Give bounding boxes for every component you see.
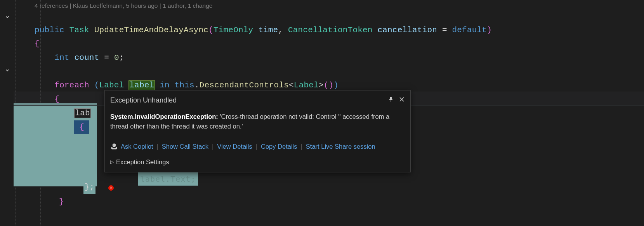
view-details-link[interactable]: View Details xyxy=(217,141,252,152)
dot: . xyxy=(194,81,200,90)
separator: | xyxy=(256,141,257,152)
chevron-right-icon: ▷ xyxy=(110,158,114,166)
keyword-default: default xyxy=(452,26,487,35)
start-liveshare-link[interactable]: Start Live Share session xyxy=(306,141,375,152)
popup-title: Exception Unhandled xyxy=(110,94,388,106)
coverage-block xyxy=(14,158,97,172)
closing-brace-semi: }; xyxy=(83,180,95,194)
brace-open: { xyxy=(54,95,59,104)
paren-open: ( xyxy=(94,81,99,90)
separator: | xyxy=(212,141,214,152)
fold-chevron-icon[interactable] xyxy=(5,14,10,20)
popup-links-row: Ask Copilot | Show Call Stack | View Det… xyxy=(105,133,410,154)
var-label-highlighted: label xyxy=(129,81,154,90)
type-label: Label xyxy=(294,81,319,90)
separator: | xyxy=(156,141,158,152)
keyword-this: this xyxy=(175,81,194,90)
var-count: count xyxy=(74,53,99,62)
brace-close: } xyxy=(59,195,64,209)
type-timeonly: TimeOnly xyxy=(214,26,253,35)
paren-open: ( xyxy=(208,26,214,35)
op-eq: = xyxy=(104,53,109,62)
close-icon[interactable] xyxy=(399,94,405,106)
param-cancellation: cancellation xyxy=(377,26,437,35)
method-descendant: DescendantControls xyxy=(200,81,289,90)
copilot-icon xyxy=(110,143,118,150)
keyword-int: int xyxy=(54,53,69,62)
param-time: time xyxy=(258,26,278,35)
semicolon: ; xyxy=(119,53,124,62)
pin-icon[interactable] xyxy=(388,94,394,106)
exception-settings-label: Exception Settings xyxy=(116,156,169,167)
literal-zero: 0 xyxy=(114,53,119,62)
keyword-public: public xyxy=(35,26,64,35)
op-eq: = xyxy=(442,26,447,35)
ask-copilot-link[interactable]: Ask Copilot xyxy=(121,141,153,152)
comma: , xyxy=(278,26,288,35)
lt: < xyxy=(289,81,294,90)
type-canceltoken: CancellationToken xyxy=(288,26,373,35)
separator: | xyxy=(301,141,302,152)
coverage-block xyxy=(14,145,97,159)
gt: > xyxy=(319,81,324,90)
exception-type: System.InvalidOperationException: xyxy=(110,113,218,120)
sel-brace: { xyxy=(74,120,89,134)
brace-open: { xyxy=(35,39,40,48)
paren-close: ) xyxy=(487,26,492,35)
type-label: Label xyxy=(99,81,124,90)
keyword-foreach: foreach xyxy=(54,81,89,90)
error-icon[interactable] xyxy=(108,185,114,191)
keyword-in: in xyxy=(160,81,170,90)
parens: () xyxy=(324,81,334,90)
show-callstack-link[interactable]: Show Call Stack xyxy=(162,141,208,152)
popup-header: Exception Unhandled xyxy=(105,90,410,109)
copy-details-link[interactable]: Copy Details xyxy=(261,141,297,152)
code-fragment-lab: lab xyxy=(74,108,90,118)
method-name: UpdateTimeAndDelayAsync xyxy=(94,26,208,35)
obscured-code: label.Text; xyxy=(138,172,198,186)
fold-chevron-icon[interactable] xyxy=(5,68,10,73)
exception-popup: Exception Unhandled System.InvalidOperat… xyxy=(104,90,411,172)
editor-gutter xyxy=(0,0,14,226)
paren-close: ) xyxy=(333,81,338,90)
type-task: Task xyxy=(69,26,89,35)
exception-settings-toggle[interactable]: ▷ Exception Settings xyxy=(105,154,410,172)
exception-message: System.InvalidOperationException: 'Cross… xyxy=(105,109,410,133)
